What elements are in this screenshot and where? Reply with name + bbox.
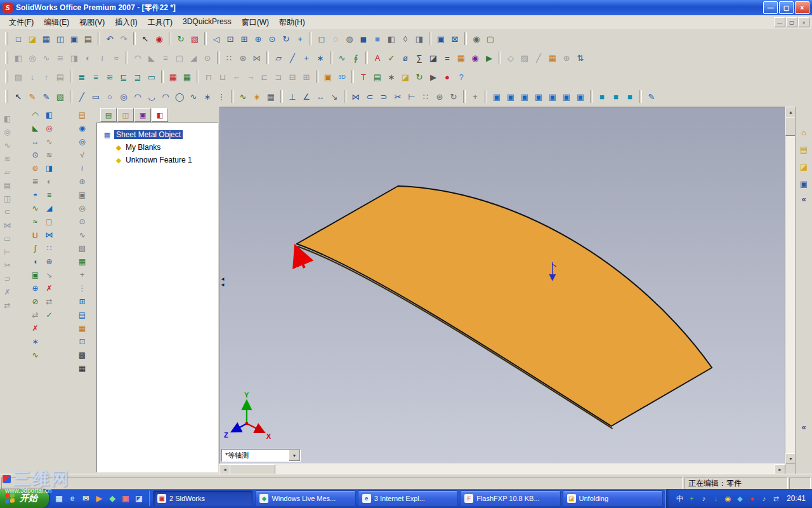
table-annotation-icon[interactable]: ⊞ — [75, 295, 89, 308]
mirror-entities-icon[interactable]: ⋈ — [349, 90, 363, 104]
extend-entities-icon[interactable]: ⊢ — [405, 90, 419, 104]
antivirus-icon[interactable]: + — [687, 494, 697, 504]
offset-entities-icon[interactable]: ⊂ — [363, 90, 377, 104]
geometric-tolerance-icon[interactable]: ⊕ — [75, 175, 89, 188]
internet-explorer-icon[interactable]: e — [67, 493, 78, 504]
coordinate-system-icon[interactable]: + — [299, 51, 313, 65]
press-help-icon[interactable]: ? — [454, 70, 468, 84]
center-mark-icon[interactable]: + — [75, 268, 89, 281]
property-manager-tab[interactable]: ◫ — [117, 108, 134, 122]
annotate-pen-icon[interactable]: ✎ — [645, 90, 658, 104]
section-view-icon[interactable]: ◨ — [412, 32, 426, 46]
stacked-balloon-icon[interactable]: ◎ — [75, 135, 89, 148]
view-orientation-combo[interactable]: *等轴测 ▼ — [221, 449, 301, 462]
menu-item-2[interactable]: 视图(V) — [74, 16, 110, 29]
redo-icon[interactable]: ↷ — [117, 32, 131, 46]
dome-feature-icon[interactable]: ◓ — [29, 188, 42, 201]
area-hatch-icon[interactable]: ▨ — [75, 241, 89, 255]
selection-filter-icon[interactable]: ◉ — [152, 32, 166, 46]
surface-sweep-icon[interactable]: ∿ — [1, 138, 14, 152]
revision-cloud-icon[interactable]: ∿ — [75, 228, 89, 241]
surface-fill-icon[interactable]: ▤ — [1, 178, 14, 192]
reference-point-icon[interactable]: ∗ — [313, 51, 327, 65]
print-icon[interactable]: ▤ — [81, 32, 95, 46]
spell-check-icon[interactable]: A — [370, 51, 384, 65]
revolved-cut-icon[interactable]: ◐ — [81, 51, 95, 65]
move-face-icon[interactable]: ↔ — [29, 135, 42, 148]
view-front-icon[interactable]: ▣ — [490, 90, 504, 104]
verify-check-icon[interactable]: ✓ — [43, 308, 56, 321]
view-right-icon[interactable]: ▣ — [532, 90, 546, 104]
collapse-pane-button[interactable]: « — [801, 194, 806, 204]
cavity-icon[interactable]: ▣ — [29, 268, 42, 281]
trim-entities-icon[interactable]: ✂ — [391, 90, 405, 104]
tree-item[interactable]: ◆Unknown Feature 1 — [97, 154, 218, 166]
zoom-fit-icon[interactable]: ⊡ — [223, 32, 237, 46]
network-status-icon[interactable]: ⇄ — [771, 494, 781, 504]
sketch-settings-icon[interactable]: ▧ — [53, 90, 67, 104]
standard-views-icon[interactable]: ⊠ — [448, 32, 462, 46]
select-sketch-icon[interactable]: ↖ — [11, 90, 25, 104]
child-minimize-button[interactable]: — — [774, 17, 785, 27]
zoom-area-icon[interactable]: ⊞ — [237, 32, 251, 46]
surface-offset-icon[interactable]: ⊂ — [1, 205, 14, 218]
lofted-boss-icon[interactable]: ≋ — [53, 51, 67, 65]
add-relation-icon[interactable]: ⊥ — [285, 90, 299, 104]
instant3d-icon[interactable]: ◇ — [504, 51, 518, 65]
pan-icon[interactable]: + — [293, 32, 307, 46]
horizontal-scrollbar[interactable]: ◄ ► — [219, 464, 785, 474]
block-tool-icon[interactable]: ▦ — [75, 255, 89, 268]
qq-tray-icon[interactable]: ● — [747, 494, 757, 504]
view-left-icon[interactable]: ▣ — [518, 90, 532, 104]
wrap-icon[interactable]: ◖ — [29, 255, 42, 268]
simple-hole-icon[interactable]: ⊙ — [29, 148, 42, 161]
surface-revolve-icon[interactable]: ◎ — [1, 125, 14, 138]
circular-pattern-icon[interactable]: ⊛ — [236, 51, 250, 65]
update-tools-icon[interactable]: ↻ — [412, 70, 426, 84]
weld-symbol-icon[interactable]: ≀ — [75, 161, 89, 175]
start-button[interactable]: 开始 — [0, 489, 49, 508]
delete-body-icon[interactable]: ✗ — [29, 321, 42, 335]
motion-study-icon[interactable]: ▶ — [482, 51, 496, 65]
surface-extend-icon[interactable]: ⊢ — [1, 245, 14, 258]
linear-pattern-tool-icon[interactable]: ∷ — [43, 241, 56, 255]
convert-entities-icon[interactable]: ⊃ — [377, 90, 391, 104]
menu-item-4[interactable]: 工具(T) — [143, 16, 178, 29]
display-cube-shaded-icon[interactable]: ■ — [623, 90, 637, 104]
display-cube-hidden-icon[interactable]: ■ — [609, 90, 623, 104]
boss-revolve-icon[interactable]: ◎ — [43, 121, 56, 135]
swept-cut-icon[interactable]: ≀ — [95, 51, 109, 65]
panel-splitter-handle[interactable]: ◄◄ — [220, 274, 226, 290]
shell-feature-icon[interactable]: ▢ — [43, 215, 56, 228]
swept-boss-icon[interactable]: ∿ — [39, 51, 53, 65]
circular-pattern-tool-icon[interactable]: ⊛ — [43, 255, 56, 268]
spline-tools-icon[interactable]: ∿ — [236, 90, 250, 104]
chevron-down-icon[interactable]: ▼ — [289, 450, 300, 461]
centerpoint-arc-icon[interactable]: ◠ — [131, 90, 145, 104]
fold-back-icon[interactable]: ⊒ — [131, 70, 145, 84]
library-feature-icon[interactable]: ▦ — [546, 51, 560, 65]
delete-face-icon[interactable]: ✗ — [43, 281, 56, 295]
tool-catalog-icon[interactable]: ◪ — [398, 70, 412, 84]
undo-icon[interactable]: ↶ — [103, 32, 117, 46]
surface-trim-icon[interactable]: ✂ — [1, 258, 14, 272]
outlook-express-icon[interactable]: ✉ — [80, 493, 91, 504]
design-table-icon[interactable]: ▦ — [75, 321, 89, 335]
dq-export-icon[interactable]: ↑ — [39, 70, 53, 84]
media-player-icon[interactable]: ▶ — [93, 493, 105, 504]
child-restore-button[interactable]: ▢ — [786, 17, 797, 27]
make-assembly-icon[interactable]: ▣ — [67, 32, 81, 46]
surface-mid-icon[interactable]: ◫ — [1, 192, 14, 205]
rectangle-icon[interactable]: ▭ — [89, 90, 103, 104]
grid-snap-icon[interactable]: ▦ — [264, 90, 278, 104]
perimeter-circle-icon[interactable]: ◎ — [117, 90, 131, 104]
tool-merge-icon[interactable]: ⊞ — [299, 70, 313, 84]
surface-untrim-icon[interactable]: ⊃ — [1, 272, 14, 285]
extruded-boss-icon[interactable]: ◧ — [11, 51, 25, 65]
hole-wizard-tool-icon[interactable]: ⊚ — [29, 161, 42, 175]
cut-extrude-icon[interactable]: ◨ — [43, 161, 56, 175]
centerline-annotation-icon[interactable]: ⋮ — [75, 281, 89, 295]
draft-feature-icon[interactable]: ◢ — [43, 201, 56, 215]
collapse-pane-bottom-button[interactable]: « — [801, 422, 806, 432]
axis-tool-icon[interactable]: ∗ — [29, 335, 42, 348]
